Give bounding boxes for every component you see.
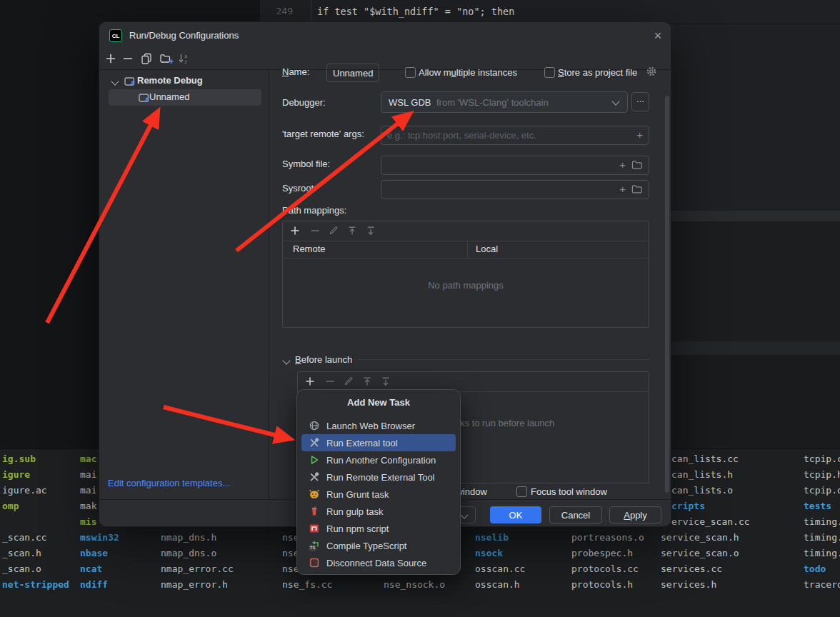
dialog-title: Run/Debug Configurations bbox=[129, 30, 239, 41]
target-remote-args-input[interactable]: e.g.: tcp:host:port, serial-device, etc.… bbox=[381, 126, 649, 145]
terminal-entry: osscan.h bbox=[475, 578, 520, 592]
run-icon bbox=[309, 454, 320, 466]
tree-item-remote-debug[interactable]: Remote Debug bbox=[137, 75, 203, 86]
focus-tool-window-checkbox[interactable] bbox=[516, 486, 527, 497]
remove-task-icon[interactable] bbox=[325, 376, 335, 386]
gutter-divider bbox=[311, 0, 311, 24]
sysroot-input[interactable]: + bbox=[381, 180, 649, 199]
terminal-entry: can_lists.o bbox=[671, 483, 733, 498]
menu-item-run-external-tool[interactable]: Run External tool bbox=[301, 434, 456, 451]
globe-icon bbox=[309, 420, 320, 431]
allow-multiple-instances-label[interactable]: Allow multiple instances bbox=[419, 67, 517, 78]
gulp-icon bbox=[309, 506, 320, 517]
move-down-icon[interactable] bbox=[366, 226, 376, 236]
menu-item-run-another-configuration[interactable]: Run Another Configuration bbox=[301, 451, 456, 468]
terminal-entry: igure bbox=[2, 468, 30, 482]
terminal-entry: probespec.h bbox=[571, 546, 633, 561]
add-icon[interactable] bbox=[290, 226, 300, 236]
ok-button[interactable]: OK bbox=[490, 506, 541, 523]
terminal-entry: ig.sub bbox=[2, 452, 36, 466]
move-up-icon[interactable] bbox=[362, 376, 372, 386]
local-column-header[interactable]: Local bbox=[476, 244, 498, 254]
remove-icon[interactable] bbox=[310, 226, 320, 236]
add-new-task-popup: Add New Task Launch Web Browser Run Exte… bbox=[296, 389, 461, 575]
tree-item-unnamed[interactable]: Unnamed bbox=[109, 89, 261, 106]
store-as-project-file-checkbox[interactable] bbox=[544, 67, 555, 78]
terminal-entry: mis bbox=[80, 515, 96, 529]
menu-item-run-remote-external-tool[interactable]: Run Remote External Tool bbox=[301, 468, 456, 486]
chevron-down-icon[interactable] bbox=[282, 356, 290, 364]
terminal-entry: igure.ac bbox=[2, 483, 47, 498]
cancel-button[interactable]: Cancel bbox=[549, 506, 602, 523]
menu-item-run-grunt-task[interactable]: Run Grunt task bbox=[301, 486, 456, 503]
terminal-entry: timing. bbox=[804, 546, 840, 561]
symbol-file-input[interactable]: + bbox=[381, 156, 649, 175]
terminal-entry: services.h bbox=[661, 578, 716, 592]
chevron-down-icon[interactable] bbox=[111, 77, 119, 85]
terminal-entry: ervice_scan.cc bbox=[671, 515, 750, 529]
focus-tool-window-label[interactable]: Focus tool window bbox=[531, 486, 607, 497]
tree-item-unnamed-label: Unnamed bbox=[149, 91, 189, 102]
add-icon[interactable]: + bbox=[619, 183, 626, 195]
debugger-select[interactable]: WSL GDB from 'WSL-Clang' toolchain bbox=[381, 91, 628, 113]
sort-alphabetically-icon[interactable]: az bbox=[178, 53, 189, 64]
terminal-entry: nmap_error.cc bbox=[161, 562, 234, 576]
terminal-entry: nselib bbox=[475, 531, 509, 545]
menu-item-run-npm-script[interactable]: Run npm script bbox=[301, 520, 456, 537]
terminal-entry: tests bbox=[804, 499, 831, 513]
edit-pencil-icon[interactable] bbox=[329, 226, 339, 236]
add-configuration-icon[interactable] bbox=[105, 53, 116, 64]
store-as-project-file-label[interactable]: Store as project file bbox=[558, 67, 637, 78]
svg-text:TS: TS bbox=[310, 546, 315, 550]
terminal-entry: _scan.h bbox=[2, 546, 41, 561]
move-up-icon[interactable] bbox=[347, 226, 357, 236]
new-folder-icon[interactable] bbox=[159, 53, 174, 64]
dialog-scrollbar[interactable] bbox=[665, 96, 669, 493]
remote-debug-config-icon bbox=[139, 93, 149, 102]
terminal-entry: ncat bbox=[80, 562, 102, 576]
editor-code-line: if test "$with_ndiff" = "no"; then bbox=[317, 6, 514, 17]
terminal-entry: can_lists.h bbox=[671, 468, 733, 482]
remote-column-header[interactable]: Remote bbox=[293, 244, 326, 254]
terminal-entry: service_scan.o bbox=[661, 546, 739, 561]
folder-icon[interactable] bbox=[631, 160, 643, 170]
remove-configuration-icon[interactable] bbox=[122, 53, 134, 64]
edit-pencil-icon[interactable] bbox=[344, 376, 354, 386]
terminal-entry: omp bbox=[2, 499, 19, 513]
column-divider[interactable] bbox=[467, 241, 468, 258]
chevron-down-icon bbox=[611, 97, 619, 105]
add-icon[interactable]: + bbox=[619, 159, 626, 171]
apply-button[interactable]: Apply bbox=[609, 506, 661, 523]
target-remote-args-label: 'target remote' args: bbox=[282, 129, 364, 139]
folder-icon[interactable] bbox=[631, 184, 643, 194]
copy-configuration-icon[interactable] bbox=[141, 53, 152, 64]
add-icon[interactable]: + bbox=[636, 129, 643, 141]
path-mappings-empty-text: No path mappings bbox=[283, 280, 649, 291]
terminal-entry: portreasons.o bbox=[571, 531, 644, 545]
terminal-entry: tcpip.h bbox=[804, 468, 840, 482]
menu-item-disconnect-data-source[interactable]: Disconnect Data Source bbox=[301, 554, 456, 571]
menu-item-compile-typescript[interactable]: TS Compile TypeScript bbox=[301, 537, 456, 554]
terminal-entry: tcpip.c bbox=[804, 452, 840, 466]
move-down-icon[interactable] bbox=[381, 376, 391, 386]
edit-configuration-templates-link[interactable]: Edit configuration templates... bbox=[108, 478, 230, 488]
allow-multiple-instances-checkbox[interactable] bbox=[405, 67, 416, 78]
symbol-file-label: Symbol file: bbox=[282, 159, 330, 169]
add-task-icon[interactable] bbox=[305, 376, 315, 386]
npm-icon bbox=[309, 523, 320, 534]
svg-text:a: a bbox=[184, 54, 187, 59]
terminal-entry: cripts bbox=[671, 499, 705, 513]
terminal-entry: mswin32 bbox=[80, 531, 119, 545]
before-launch-label[interactable]: Before launch bbox=[295, 354, 352, 365]
name-input[interactable]: Unnamed bbox=[326, 64, 379, 82]
close-icon[interactable]: × bbox=[649, 27, 666, 44]
terminal-entry: mac bbox=[80, 452, 96, 466]
menu-item-launch-web-browser[interactable]: Launch Web Browser bbox=[301, 417, 456, 434]
debugger-more-button[interactable]: ... bbox=[631, 92, 649, 111]
gear-icon[interactable] bbox=[646, 66, 657, 77]
terminal-entry: mak bbox=[80, 499, 96, 513]
menu-item-run-gulp-task[interactable]: Run gulp task bbox=[301, 503, 456, 520]
terminal-entry: ndiff bbox=[80, 578, 108, 592]
terminal-entry: can_lists.cc bbox=[671, 452, 739, 466]
terminal-entry: protocols.h bbox=[571, 578, 633, 592]
